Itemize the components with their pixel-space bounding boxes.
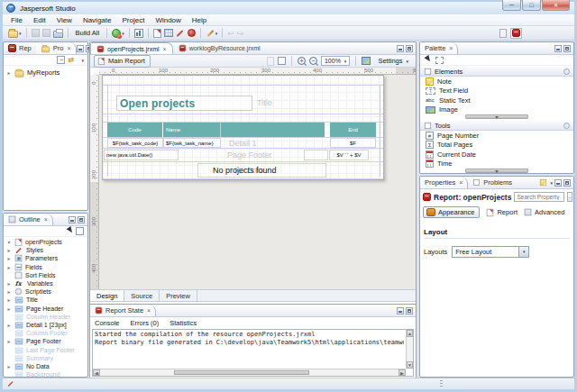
edit-report-button[interactable]	[176, 28, 185, 39]
outline-tree-item[interactable]: ▾ openProjects	[4, 238, 87, 246]
close-tab-icon[interactable]: ×	[449, 45, 453, 51]
palette-section-elements[interactable]: Elements	[420, 66, 573, 77]
expand-arrow-icon[interactable]: ▸	[6, 280, 12, 287]
tab-repository[interactable]: Rep	[4, 42, 36, 54]
advanced-mode-button[interactable]: Advanced	[524, 208, 564, 216]
main-report-button[interactable]: Main Report	[94, 55, 151, 68]
maximize-view-icon[interactable]	[78, 216, 85, 223]
outline-tree-item[interactable]: ▸ Scriptlets	[4, 287, 87, 296]
dataset-button[interactable]	[164, 28, 173, 39]
maximize-button[interactable]: □	[522, 0, 541, 11]
thumbnail-mode-icon[interactable]	[76, 227, 84, 235]
export-image-icon[interactable]	[362, 57, 371, 65]
forward-button[interactable]: ↪	[237, 28, 244, 39]
layout-select[interactable]: Free Layout ▾	[452, 246, 529, 258]
expand-arrow-icon[interactable]: ▸	[6, 247, 12, 253]
minimize-view-icon[interactable]	[554, 179, 562, 187]
outline-tree-item[interactable]: Sort Fields	[4, 271, 87, 279]
chart-tool-button[interactable]	[134, 28, 143, 39]
menu-item[interactable]: View	[51, 15, 78, 25]
detail-field-code[interactable]: $F{twk_task_code}	[107, 138, 163, 148]
scroll-left-icon[interactable]: ◀	[93, 369, 100, 376]
style-tool-button[interactable]: ▾	[206, 28, 218, 39]
tab-report-state[interactable]: Report State ×	[90, 305, 156, 316]
view-menu-icon[interactable]: ▾	[550, 180, 553, 186]
minimize-button[interactable]: ─	[502, 0, 521, 11]
link-with-editor-icon[interactable]: ⇄	[68, 56, 78, 64]
compile-report-button[interactable]	[153, 28, 161, 39]
outline-tree-item[interactable]: ▸ Styles	[4, 246, 87, 254]
expand-arrow-icon[interactable]: ▾	[6, 239, 12, 245]
report-mode-button[interactable]: Report	[486, 208, 517, 217]
borders-icon[interactable]	[278, 57, 286, 65]
close-tab-icon[interactable]: ×	[459, 179, 463, 186]
horizontal-scrollbar[interactable]: ◀ ▶	[93, 369, 406, 376]
expand-arrow-icon[interactable]: ▸	[6, 338, 12, 344]
tab-palette[interactable]: Palette ×	[420, 42, 458, 54]
maximize-view-icon[interactable]	[563, 179, 571, 187]
open-perspective-button[interactable]	[499, 28, 507, 39]
footer-date-field[interactable]: new java.util.Date()	[104, 150, 179, 160]
report-title-element[interactable]: Open projects	[116, 96, 252, 111]
close-button[interactable]: ×	[542, 0, 570, 11]
design-canvas[interactable]: Open projects Title Code Name End $F{twk…	[99, 75, 416, 289]
close-tab-icon[interactable]: ×	[147, 307, 151, 314]
palette-item[interactable]: Total Pages	[420, 141, 573, 150]
tab-design[interactable]: Design	[90, 290, 124, 301]
outline-tree-item[interactable]: ▸ Parameters	[4, 254, 87, 262]
maximize-view-icon[interactable]	[406, 45, 413, 52]
build-all-button[interactable]: Build All	[73, 28, 103, 39]
fast-view-icon[interactable]	[7, 380, 14, 387]
maximize-view-icon[interactable]	[406, 307, 413, 315]
no-data-text-element[interactable]: No projects found	[213, 166, 277, 175]
status-grip[interactable]	[440, 380, 443, 387]
outline-tree-item[interactable]: ▸ Page Footer	[4, 337, 87, 345]
menu-item[interactable]: Help	[187, 15, 212, 25]
page-format-icon[interactable]	[267, 57, 274, 66]
menu-item[interactable]: Edit	[28, 15, 51, 25]
scroll-down-icon[interactable]: ▼	[407, 361, 413, 369]
palette-item[interactable]: Text Field	[420, 87, 573, 96]
column-header-name[interactable]: Name	[166, 127, 180, 132]
outline-tree-item[interactable]: ▸ Page Header	[4, 305, 87, 313]
editor-tab-openprojects[interactable]: openProjects.jrxml ×	[90, 42, 173, 54]
new-wizard-button[interactable]: ▾	[8, 28, 22, 39]
report-state-section-link[interactable]: Statistics	[169, 319, 197, 327]
search-property-input[interactable]	[514, 192, 564, 202]
minimize-view-icon[interactable]	[69, 216, 76, 223]
tab-problems[interactable]: Problems	[468, 177, 517, 188]
palette-section-tools[interactable]: Tools	[420, 120, 573, 131]
tab-outline[interactable]: Outline ×	[4, 214, 53, 225]
detail-field-end[interactable]: $F	[330, 138, 376, 148]
maximize-view-icon[interactable]	[563, 45, 571, 52]
expand-arrow-icon[interactable]: ▸	[6, 296, 12, 303]
close-tab-icon[interactable]: ×	[67, 45, 70, 51]
palette-item[interactable]: Image	[420, 105, 573, 115]
minimize-view-icon[interactable]	[397, 307, 404, 315]
report-state-section-link[interactable]: Errors (0)	[131, 319, 160, 327]
outline-tree-item[interactable]: Column Footer	[4, 329, 87, 337]
scroll-up-icon[interactable]: ▲	[407, 330, 413, 337]
save-all-button[interactable]	[42, 28, 50, 39]
console-output[interactable]: Started the compilation of the resource …	[92, 329, 414, 377]
scroll-right-icon[interactable]: ▶	[398, 369, 406, 376]
tab-preview[interactable]: Preview	[160, 290, 197, 301]
breakpoint-button[interactable]	[188, 28, 196, 39]
scroll-hint[interactable]	[420, 169, 573, 174]
expand-arrow-icon[interactable]: ▸	[6, 264, 12, 270]
footer-page-expr-field[interactable]: $V ' ' + $V	[329, 150, 369, 160]
column-header-code[interactable]: Code	[107, 127, 162, 132]
horizontal-ruler[interactable]: 0100200300400500600	[99, 68, 416, 75]
vertical-ruler[interactable]: 0100200300400	[90, 75, 99, 289]
expand-arrow-icon[interactable]: ▸	[6, 288, 12, 295]
palette-item[interactable]: Static Text	[420, 96, 573, 105]
report-page[interactable]: Open projects Title Code Name End $F{twk…	[102, 75, 384, 180]
tab-properties[interactable]: Properties ×	[420, 177, 468, 188]
menu-item[interactable]: File	[5, 15, 28, 25]
close-tab-icon[interactable]: ×	[44, 216, 48, 223]
print-button[interactable]	[53, 28, 63, 39]
column-header-end[interactable]: End	[330, 127, 376, 132]
expand-arrow-icon[interactable]: ▸	[6, 363, 12, 369]
outline-tree-item[interactable]: Column Header	[4, 313, 87, 321]
outline-tree-item[interactable]: ▸ Title	[4, 296, 87, 304]
